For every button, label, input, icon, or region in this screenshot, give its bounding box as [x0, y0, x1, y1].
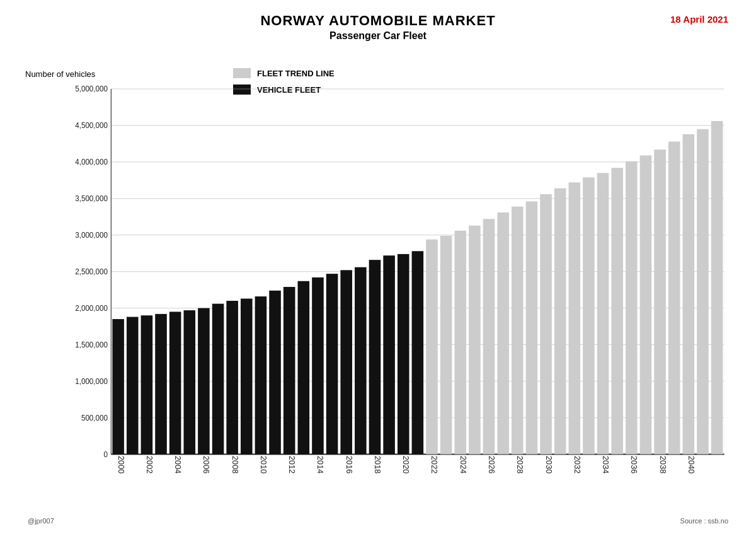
svg-text:2012: 2012 [287, 456, 296, 474]
chart-area: 0500,0001,000,0001,500,0002,000,0002,500… [63, 82, 731, 486]
footer-source: Source : ssb.no [680, 517, 728, 525]
page: NORWAY AUTOMOBILE MARKET Passenger Car F… [0, 0, 756, 536]
svg-rect-37 [298, 281, 310, 455]
svg-text:2038: 2038 [658, 456, 667, 474]
svg-text:2002: 2002 [145, 456, 154, 474]
legend-trend: FLEET TREND LINE [233, 68, 335, 78]
svg-text:2004: 2004 [173, 456, 182, 474]
svg-text:2028: 2028 [515, 456, 524, 474]
svg-rect-44 [398, 254, 410, 454]
svg-text:2034: 2034 [601, 456, 610, 474]
svg-text:2026: 2026 [487, 456, 496, 474]
svg-rect-30 [198, 308, 210, 455]
main-title: NORWAY AUTOMOBILE MARKET [25, 13, 731, 29]
svg-rect-58 [597, 173, 609, 454]
svg-rect-66 [711, 121, 723, 454]
svg-rect-24 [112, 319, 124, 454]
svg-text:2032: 2032 [573, 456, 581, 474]
svg-rect-57 [583, 177, 595, 454]
svg-text:1,500,000: 1,500,000 [75, 341, 108, 349]
svg-text:2040: 2040 [687, 456, 696, 474]
footer-left: @jpr007 [28, 517, 54, 525]
date-label: 18 April 2021 [670, 14, 728, 25]
svg-text:1,000,000: 1,000,000 [75, 377, 108, 386]
svg-text:4,000,000: 4,000,000 [75, 158, 108, 166]
svg-rect-43 [383, 255, 395, 454]
svg-rect-62 [654, 149, 666, 454]
svg-rect-45 [412, 251, 424, 454]
svg-text:2000: 2000 [117, 456, 125, 474]
svg-rect-50 [483, 219, 495, 454]
svg-text:2016: 2016 [345, 456, 353, 474]
svg-rect-59 [611, 168, 623, 454]
svg-rect-63 [668, 141, 680, 454]
svg-text:500,000: 500,000 [81, 414, 108, 422]
svg-text:3,000,000: 3,000,000 [75, 231, 108, 240]
svg-text:2024: 2024 [459, 456, 467, 474]
svg-rect-46 [426, 240, 438, 455]
svg-text:2010: 2010 [259, 456, 268, 474]
svg-rect-29 [184, 310, 196, 454]
svg-rect-52 [512, 207, 524, 455]
svg-rect-39 [326, 274, 338, 454]
svg-rect-49 [469, 226, 481, 455]
svg-rect-27 [155, 314, 167, 454]
svg-rect-56 [569, 182, 581, 454]
svg-rect-47 [440, 236, 452, 454]
svg-text:2020: 2020 [401, 456, 410, 474]
svg-text:2006: 2006 [202, 456, 210, 474]
svg-rect-31 [212, 304, 224, 455]
svg-rect-65 [697, 129, 709, 455]
svg-text:2022: 2022 [430, 456, 439, 474]
svg-text:2,000,000: 2,000,000 [75, 304, 108, 313]
svg-text:2036: 2036 [629, 456, 638, 474]
sub-title: Passenger Car Fleet [25, 30, 731, 42]
svg-rect-61 [640, 155, 652, 454]
svg-rect-38 [312, 277, 324, 454]
svg-rect-53 [526, 201, 538, 454]
svg-text:2014: 2014 [316, 456, 325, 474]
svg-rect-54 [540, 194, 552, 454]
svg-rect-25 [127, 317, 139, 455]
svg-rect-42 [369, 260, 381, 454]
legend-trend-box [233, 68, 251, 78]
svg-text:4,500,000: 4,500,000 [75, 121, 108, 130]
svg-rect-28 [169, 312, 181, 454]
title-area: NORWAY AUTOMOBILE MARKET Passenger Car F… [25, 13, 731, 42]
chart-svg: 0500,0001,000,0001,500,0002,000,0002,500… [63, 82, 731, 486]
y-axis-label: Number of vehicles [25, 69, 95, 79]
svg-text:2030: 2030 [544, 456, 553, 474]
svg-rect-35 [269, 291, 281, 455]
svg-rect-64 [683, 134, 695, 454]
svg-rect-34 [255, 296, 267, 454]
svg-text:3,500,000: 3,500,000 [75, 194, 108, 203]
svg-text:2008: 2008 [231, 456, 239, 474]
legend-trend-label: FLEET TREND LINE [257, 69, 335, 78]
svg-rect-33 [241, 299, 253, 455]
svg-rect-41 [355, 267, 367, 455]
svg-text:2,500,000: 2,500,000 [75, 267, 108, 276]
svg-text:2018: 2018 [373, 456, 382, 474]
svg-rect-26 [141, 315, 153, 454]
svg-rect-40 [340, 270, 352, 454]
svg-rect-60 [626, 161, 638, 455]
svg-rect-55 [554, 189, 566, 455]
svg-rect-36 [284, 287, 295, 454]
svg-rect-48 [454, 231, 466, 455]
svg-text:0: 0 [104, 450, 108, 459]
svg-rect-32 [226, 301, 238, 454]
svg-text:5,000,000: 5,000,000 [75, 84, 108, 93]
svg-rect-51 [497, 213, 509, 455]
